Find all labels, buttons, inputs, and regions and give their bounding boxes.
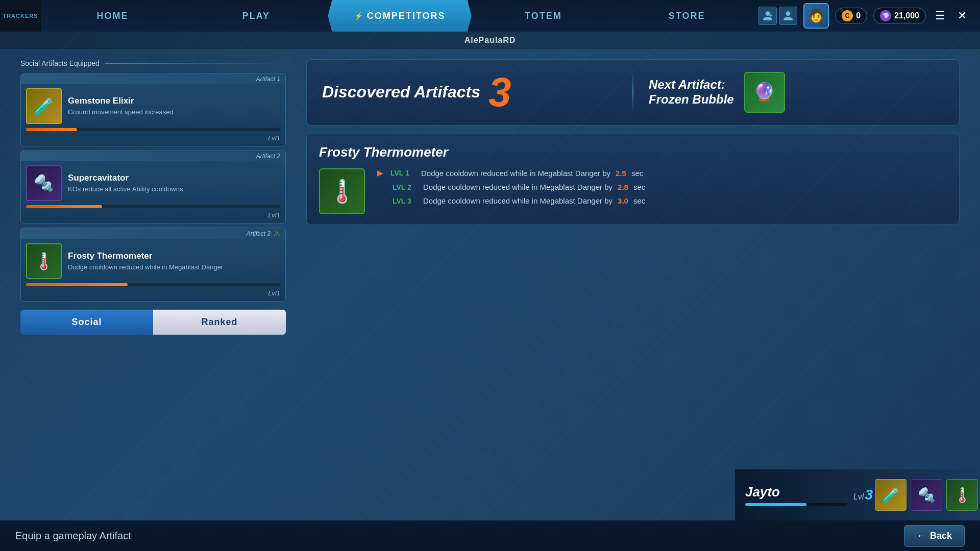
coins-display: C 0	[835, 8, 867, 24]
close-button[interactable]: ✕	[954, 6, 970, 26]
help-text: Equip a gameplay Artifact	[15, 530, 131, 542]
artifact-2-progress-bar	[26, 205, 102, 208]
username-text: AlePaulaRD	[464, 36, 516, 44]
discovered-count: 3	[488, 72, 511, 113]
level-row-1: ▶ LVL 1 Dodge cooldown reduced while in …	[377, 168, 947, 178]
artifact-1-progress-container	[26, 128, 280, 131]
detail-title: Frosty Thermometer	[319, 144, 947, 160]
artifact-3-level: Lvl1	[21, 287, 285, 301]
social-mode-button[interactable]: Social	[20, 310, 153, 335]
level-1-unit: sec	[631, 169, 643, 178]
add-friend-button[interactable]	[758, 7, 777, 25]
discovered-left: Discovered Artifacts 3	[322, 72, 617, 113]
mode-buttons: Social Ranked	[20, 310, 286, 335]
next-artifact-section: Next Artifact: Frozen Bubble 🔮	[649, 72, 944, 113]
competitor-lvl: Lvl 3	[853, 487, 873, 503]
avatar[interactable]: 🧑	[803, 3, 829, 29]
tab-store[interactable]: STORE	[615, 0, 758, 32]
artifact-1-info: Gemstone Elixir Ground movement speed in…	[68, 96, 280, 117]
artifact-3-name: Frosty Thermometer	[68, 251, 280, 261]
level-2-badge: LVL 2	[393, 183, 418, 191]
coins-icon: C	[842, 10, 853, 21]
tab-home[interactable]: HOME	[41, 0, 184, 32]
level-row-2: LVL 2 Dodge cooldown reduced while in Me…	[377, 183, 947, 191]
nav-tabs: HOME PLAY COMPETITORS TOTEM STORE	[41, 0, 758, 32]
bottom-bar: Equip a gameplay Artifact ← Back	[0, 520, 980, 551]
competitor-card[interactable]: Jayto Lvl 3 🧪 🔩 🌡️	[735, 469, 980, 520]
left-panel: Social Artifacts Equipped Artifact 1 🧪 G…	[20, 59, 286, 508]
artifact-1-desc: Ground movement speed increased	[68, 108, 280, 117]
back-arrow-icon: ←	[917, 531, 926, 541]
artifact-2-body: 🔩 Supercavitator KOs reduce all active A…	[21, 161, 285, 205]
level-1-badge: LVL 1	[390, 169, 416, 177]
lvl-text: Lvl	[853, 492, 864, 502]
artifact-slot-2[interactable]: Artifact 2 🔩 Supercavitator KOs reduce a…	[20, 151, 286, 223]
artifact-detail-card: Frosty Thermometer 🌡️ ▶ LVL 1 Dodge cool…	[306, 134, 960, 225]
artifact-1-name: Gemstone Elixir	[68, 96, 280, 106]
artifact-2-level: Lvl1	[21, 209, 285, 223]
tab-competitors[interactable]: COMPETITORS	[328, 0, 471, 32]
top-bar: TRACKERS HOME PLAY COMPETITORS TOTEM STO…	[0, 0, 980, 32]
back-button[interactable]: ← Back	[904, 525, 965, 547]
artifact-1-progress-bar	[26, 128, 77, 131]
artifact-3-icon: 🌡️	[26, 243, 62, 279]
artifact-3-warning-icon: ⚠	[274, 230, 280, 238]
competitor-artifact-2: 🔩	[911, 479, 942, 511]
artifact-3-header: Artifact 3 ⚠	[21, 228, 285, 239]
artifact-3-info: Frosty Thermometer Dodge cooldown reduce…	[68, 251, 280, 272]
coins-value: 0	[856, 11, 861, 20]
discovered-title: Discovered Artifacts	[322, 83, 480, 101]
artifact-slot-3[interactable]: Artifact 3 ⚠ 🌡️ Frosty Thermometer Dodge…	[20, 228, 286, 302]
level-1-desc: Dodge cooldown reduced while in Megablas…	[421, 169, 610, 178]
menu-button[interactable]: ☰	[932, 6, 948, 26]
logo-text: TRACKERS	[3, 13, 38, 19]
artifact-1-body: 🧪 Gemstone Elixir Ground movement speed …	[21, 84, 285, 128]
competitor-artifact-3: 🌡️	[946, 479, 978, 511]
artifact-1-header: Artifact 1	[21, 74, 285, 84]
level-3-unit: sec	[633, 196, 645, 205]
friends-list-button[interactable]	[779, 7, 797, 25]
logo-area: TRACKERS	[0, 0, 41, 32]
artifact-2-progress-container	[26, 205, 280, 208]
next-artifact-icon: 🔮	[744, 72, 785, 113]
tab-totem[interactable]: TOTEM	[472, 0, 615, 32]
level-1-value: 2.5	[616, 169, 626, 178]
level-1-arrow-icon: ▶	[377, 168, 383, 178]
artifact-2-name: Supercavitator	[68, 173, 280, 183]
artifact-3-progress-bar	[26, 283, 128, 286]
level-2-value: 2.8	[618, 183, 628, 191]
gems-icon: 💎	[880, 10, 891, 21]
friend-icons	[758, 7, 797, 25]
level-3-value: 3.0	[618, 196, 628, 205]
social-artifacts-label: Social Artifacts Equipped	[20, 59, 286, 67]
competitor-artifact-1: 🧪	[875, 479, 906, 511]
top-right-controls: 🧑 C 0 💎 21,000 ☰ ✕	[758, 3, 980, 29]
artifact-3-desc: Dodge cooldown reduced while in Megablas…	[68, 263, 280, 272]
artifact-slot-1[interactable]: Artifact 1 🧪 Gemstone Elixir Ground move…	[20, 73, 286, 146]
competitor-level-bar	[745, 503, 847, 506]
detail-image: 🌡️	[319, 168, 365, 214]
tab-play[interactable]: PLAY	[184, 0, 328, 32]
username-bar: AlePaulaRD	[0, 32, 980, 49]
gems-value: 21,000	[894, 11, 919, 20]
divider-vertical	[632, 72, 633, 113]
artifact-2-label: Artifact 2	[256, 153, 280, 160]
artifact-1-label: Artifact 1	[256, 76, 280, 83]
gems-display: 💎 21,000	[873, 8, 926, 24]
level-2-desc: Dodge cooldown reduced while in Megablas…	[423, 183, 612, 191]
lvl-num: 3	[865, 487, 873, 503]
artifact-2-icon: 🔩	[26, 165, 62, 201]
discovered-card: Discovered Artifacts 3 Next Artifact: Fr…	[306, 59, 960, 126]
competitor-artifacts: 🧪 🔩 🌡️	[873, 469, 980, 520]
artifact-2-header: Artifact 2	[21, 151, 285, 161]
detail-levels: ▶ LVL 1 Dodge cooldown reduced while in …	[377, 168, 947, 214]
next-artifact-text: Next Artifact: Frozen Bubble	[649, 78, 734, 107]
detail-body: 🌡️ ▶ LVL 1 Dodge cooldown reduced while …	[319, 168, 947, 214]
artifact-3-progress-container	[26, 283, 280, 286]
level-3-desc: Dodge cooldown reduced while in Megablas…	[423, 196, 612, 205]
artifact-1-icon: 🧪	[26, 88, 62, 124]
level-row-3: LVL 3 Dodge cooldown reduced while in Me…	[377, 196, 947, 205]
level-3-badge: LVL 3	[393, 197, 418, 205]
ranked-mode-button[interactable]: Ranked	[153, 310, 286, 335]
artifact-2-desc: KOs reduce all active Ability cooldowns	[68, 185, 280, 194]
